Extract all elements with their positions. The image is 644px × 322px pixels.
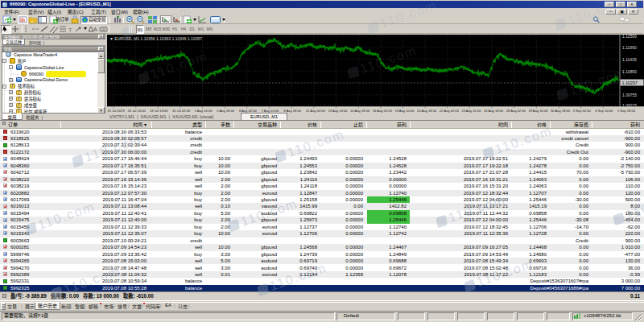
svg-text:1.12500: 1.12500 (622, 34, 637, 39)
svg-text:1.09755: 1.09755 (622, 93, 637, 97)
svg-text:A: A (93, 27, 97, 32)
svg-text:1.11405: 1.11405 (622, 57, 637, 62)
svg-text:1.09215: 1.09215 (622, 103, 637, 108)
svg-text:1.10850: 1.10850 (622, 69, 637, 74)
svg-text:1.11960: 1.11960 (622, 45, 637, 50)
svg-text:▼ EURUSD.,M1 1.10356 1.10363: ▼ EURUSD.,M1 1.10356 1.10363 1.10346 1.1… (109, 36, 202, 41)
svg-text:1.10297: 1.10297 (622, 80, 638, 85)
svg-text:T: T (68, 27, 72, 33)
